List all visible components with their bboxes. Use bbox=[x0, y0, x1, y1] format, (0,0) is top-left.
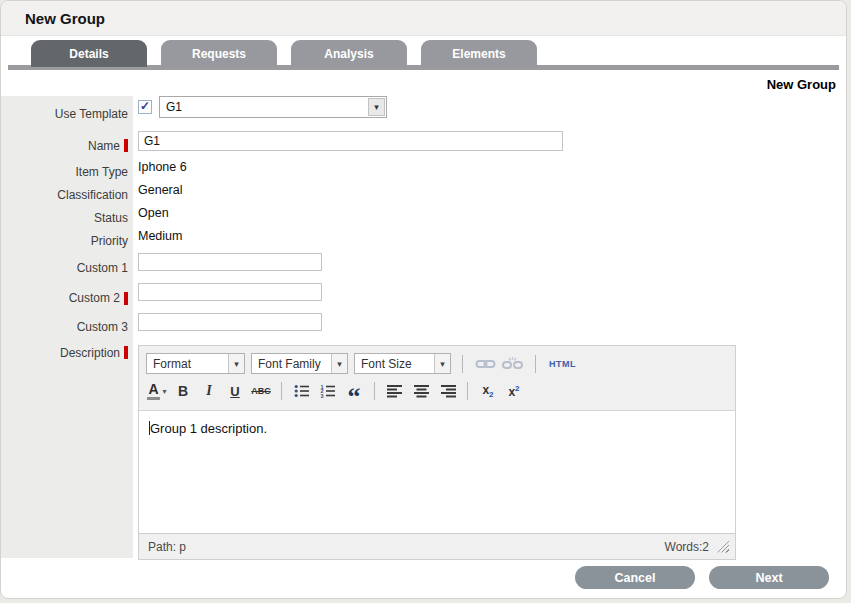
custom3-input[interactable] bbox=[138, 313, 322, 331]
toolbar-separator bbox=[462, 355, 463, 373]
align-right-icon[interactable] bbox=[436, 380, 458, 402]
insert-link-icon[interactable] bbox=[474, 353, 496, 375]
custom3-label-cell: Custom 3 bbox=[1, 313, 133, 340]
priority-label-cell: Priority bbox=[1, 229, 133, 253]
rich-text-editor: Format Font Family Font Size bbox=[138, 345, 736, 560]
use-template-label-cell: Use Template bbox=[1, 96, 133, 131]
tab-elements[interactable]: Elements bbox=[421, 40, 537, 67]
use-template-label: Use Template bbox=[55, 107, 128, 121]
description-text: Group 1 description. bbox=[150, 421, 267, 436]
font-size-select[interactable]: Font Size bbox=[354, 353, 451, 374]
toolbar-separator bbox=[374, 382, 375, 400]
required-marker bbox=[124, 139, 128, 152]
custom1-label-cell: Custom 1 bbox=[1, 253, 133, 283]
tab-details[interactable]: Details bbox=[31, 40, 147, 67]
item-type-value: Iphone 6 bbox=[138, 160, 187, 174]
template-select-value: G1 bbox=[160, 100, 182, 114]
svg-text:3: 3 bbox=[321, 393, 324, 398]
template-select[interactable]: G1 bbox=[159, 96, 387, 118]
item-type-label: Item Type bbox=[76, 165, 128, 179]
name-label: Name bbox=[88, 139, 120, 153]
item-type-row: Item Type Iphone 6 bbox=[1, 160, 846, 183]
description-row: Description Format Font Family bbox=[1, 340, 846, 558]
tab-requests[interactable]: Requests bbox=[161, 40, 277, 67]
bullet-list-icon[interactable] bbox=[291, 380, 313, 402]
editor-status-bar: Path: p Words:2 bbox=[139, 533, 735, 559]
align-left-icon[interactable] bbox=[384, 380, 406, 402]
toolbar-separator bbox=[467, 382, 468, 400]
toolbar-separator bbox=[281, 382, 282, 400]
priority-label: Priority bbox=[91, 234, 128, 248]
chevron-down-icon[interactable]: ▾ bbox=[163, 387, 167, 396]
tab-analysis[interactable]: Analysis bbox=[291, 40, 407, 67]
custom1-row: Custom 1 bbox=[1, 253, 846, 283]
classification-label: Classification bbox=[57, 188, 128, 202]
name-row: Name bbox=[1, 131, 846, 160]
unlink-icon[interactable] bbox=[502, 353, 524, 375]
use-template-checkbox[interactable]: ✓ bbox=[138, 100, 152, 114]
custom2-label: Custom 2 bbox=[69, 291, 120, 305]
numbered-list-icon[interactable]: 123 bbox=[317, 380, 339, 402]
strikethrough-icon[interactable]: ABC bbox=[250, 380, 272, 402]
next-button[interactable]: Next bbox=[709, 566, 829, 589]
group-details-form: Use Template ✓ G1 Name bbox=[1, 96, 846, 558]
custom3-row: Custom 3 bbox=[1, 313, 846, 340]
resize-handle[interactable] bbox=[717, 541, 729, 553]
word-count: Words:2 bbox=[665, 540, 709, 554]
chevron-down-icon[interactable] bbox=[368, 98, 385, 116]
name-input[interactable] bbox=[138, 131, 563, 151]
custom2-row: Custom 2 bbox=[1, 283, 846, 313]
chevron-down-icon bbox=[228, 354, 244, 373]
cancel-button[interactable]: Cancel bbox=[575, 566, 695, 589]
status-row: Status Open bbox=[1, 206, 846, 229]
description-label-cell: Description bbox=[1, 340, 133, 558]
blockquote-icon[interactable]: “ bbox=[343, 380, 365, 402]
italic-icon[interactable]: I bbox=[198, 380, 220, 402]
status-value: Open bbox=[138, 206, 169, 220]
custom3-label: Custom 3 bbox=[77, 320, 128, 334]
name-label-cell: Name bbox=[1, 131, 133, 160]
status-label: Status bbox=[94, 211, 128, 225]
classification-value: General bbox=[138, 183, 182, 197]
font-family-select[interactable]: Font Family bbox=[251, 353, 348, 374]
action-bar: Cancel Next bbox=[1, 558, 846, 589]
toolbar-separator bbox=[535, 355, 536, 373]
editor-toolbar: Format Font Family Font Size bbox=[139, 346, 735, 411]
required-marker bbox=[124, 292, 128, 305]
custom1-label: Custom 1 bbox=[77, 261, 128, 275]
align-center-icon[interactable] bbox=[410, 380, 432, 402]
required-marker bbox=[124, 346, 128, 359]
description-editor-content[interactable]: Group 1 description. bbox=[139, 411, 735, 533]
classification-label-cell: Classification bbox=[1, 183, 133, 206]
tab-strip: Details Requests Analysis Elements bbox=[1, 36, 846, 70]
chevron-down-icon bbox=[331, 354, 347, 373]
item-type-label-cell: Item Type bbox=[1, 160, 133, 183]
chevron-down-icon bbox=[434, 354, 450, 373]
bold-icon[interactable]: B bbox=[172, 380, 194, 402]
new-group-window: New Group Details Requests Analysis Elem… bbox=[0, 0, 847, 599]
font-color-button[interactable]: A ▾ bbox=[146, 380, 168, 402]
priority-value: Medium bbox=[138, 229, 182, 243]
use-template-row: Use Template ✓ G1 bbox=[1, 96, 846, 131]
superscript-icon[interactable]: x2 bbox=[503, 380, 525, 402]
checkmark-icon: ✓ bbox=[140, 100, 150, 112]
editor-path: Path: p bbox=[148, 540, 186, 554]
custom2-input[interactable] bbox=[138, 283, 322, 301]
custom2-label-cell: Custom 2 bbox=[1, 283, 133, 313]
description-label: Description bbox=[60, 346, 120, 360]
window-title: New Group bbox=[1, 1, 846, 36]
priority-row: Priority Medium bbox=[1, 229, 846, 253]
underline-icon[interactable]: U bbox=[224, 380, 246, 402]
html-source-button[interactable]: HTML bbox=[547, 359, 578, 369]
section-title: New Group bbox=[1, 70, 846, 94]
format-select[interactable]: Format bbox=[146, 353, 245, 374]
classification-row: Classification General bbox=[1, 183, 846, 206]
status-label-cell: Status bbox=[1, 206, 133, 229]
subscript-icon[interactable]: x2 bbox=[477, 380, 499, 402]
custom1-input[interactable] bbox=[138, 253, 322, 271]
